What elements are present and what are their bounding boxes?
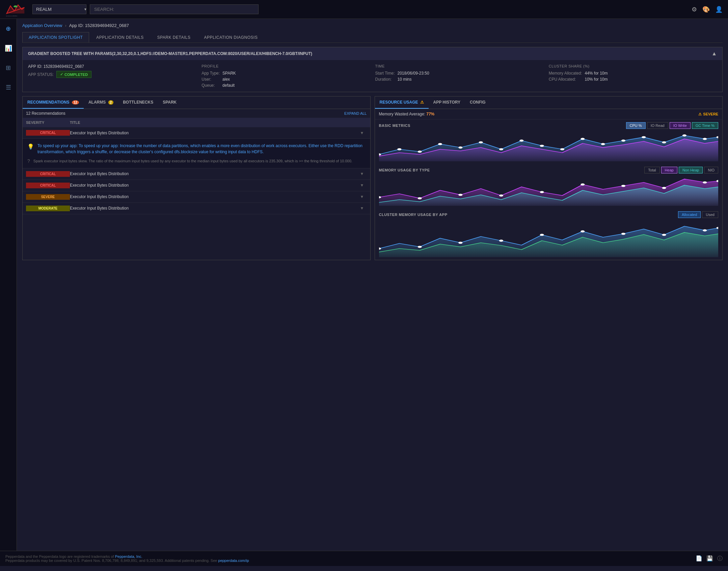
pepperdata-logo: pepperdata: [5, 3, 26, 16]
btn-nio[interactable]: NIO: [704, 167, 718, 173]
time-grid: Start Time: 2018/06/09-23:50 Duration: 1…: [375, 71, 543, 82]
layout: ⊕ 📊 ⊞ ☰ Appication Overview › App ID: 15…: [0, 19, 728, 551]
tab-recommendations[interactable]: RECOMMENDATIONS 12: [23, 97, 84, 109]
severity-badge-critical-1: CRITICAL: [26, 130, 70, 136]
sidebar-icon-layers[interactable]: ⊞: [3, 61, 14, 74]
btn-used[interactable]: Used: [702, 211, 718, 218]
rec-row-3[interactable]: CRITICAL Executor Input Bytes Distributi…: [23, 180, 370, 191]
svg-point-19: [682, 134, 686, 136]
app-status-label: APP STATUS:: [28, 72, 54, 77]
footer: Pepperdata and the Pepperdata logo are r…: [0, 551, 728, 566]
svg-point-30: [703, 181, 707, 183]
rec-row-5[interactable]: MODERATE Executor Input Bytes Distributi…: [23, 203, 370, 214]
footer-ip-link[interactable]: pepperdata.com/ip: [218, 559, 249, 563]
btn-total[interactable]: Total: [644, 167, 659, 173]
bottom-panel: RECOMMENDATIONS 12 ALARMS 2 BOTTLENECKS …: [22, 96, 723, 260]
rec-item-2: CRITICAL Executor Input Bytes Distributi…: [23, 168, 370, 180]
rec-row-4[interactable]: SEVERE Executor Input Bytes Distribution…: [23, 191, 370, 202]
severe-badge: ⚠ SEVERE: [698, 112, 718, 116]
tab-resource-usage[interactable]: RESOURCE USAGE ⚠: [375, 97, 429, 109]
rec-expand-3[interactable]: ▼: [360, 183, 367, 188]
info-text: Spark executor input bytes skew. The rat…: [33, 158, 352, 164]
profile-apptype-val: SPARK: [222, 71, 370, 76]
footer-save-icon[interactable]: 💾: [706, 555, 713, 562]
tab-application-spotlight[interactable]: APPLICATION SPOTLIGHT: [22, 32, 89, 43]
gear-icon[interactable]: ⚙: [692, 6, 697, 13]
user-icon[interactable]: 👤: [715, 6, 723, 13]
memory-usage-buttons: Total Heap Non Heap NIO: [644, 167, 718, 173]
collapse-button[interactable]: ▲: [711, 51, 717, 57]
profile-grid: App Type: SPARK User: alex Queue: defaul…: [201, 71, 370, 88]
tab-alarms[interactable]: ALARMS 2: [84, 97, 118, 109]
rec-item-3: CRITICAL Executor Input Bytes Distributi…: [23, 180, 370, 191]
rec-expand-2[interactable]: ▼: [360, 171, 367, 176]
btn-heap[interactable]: Heap: [661, 167, 677, 173]
btn-cpu[interactable]: CPU %: [626, 122, 646, 129]
svg-point-36: [540, 234, 544, 236]
main-tabs: APPLICATION SPOTLIGHT APPLICATION DETAIL…: [22, 32, 723, 43]
sidebar-icon-globe[interactable]: ⊕: [3, 22, 14, 35]
svg-point-27: [581, 184, 585, 186]
svg-point-40: [703, 229, 707, 232]
svg-point-20: [703, 138, 707, 140]
rec-item-4: SEVERE Executor Input Bytes Distribution…: [23, 191, 370, 203]
status-value: COMPLETED: [64, 73, 88, 77]
svg-point-12: [540, 145, 544, 147]
tab-application-details[interactable]: APPLICATION DETAILS: [90, 32, 150, 43]
memory-usage-title: MEMORY USAGE BY TYPE: [379, 168, 430, 172]
svg-text:pepperdata: pepperdata: [6, 15, 18, 16]
app-id-value: 1528394694922_0687: [44, 64, 84, 69]
breadcrumb-parent[interactable]: Appication Overview: [22, 23, 62, 28]
tab-spark[interactable]: SPARK: [158, 97, 181, 109]
svg-point-38: [621, 233, 625, 235]
btn-gc-time[interactable]: GC Time %: [692, 122, 718, 129]
rec-detail-1: 💡 To speed up your app: To speed up your…: [23, 138, 370, 168]
tip-body: To speed up your app: Increase the numbe…: [37, 143, 362, 154]
tab-app-history[interactable]: APP HISTORY: [429, 97, 465, 109]
btn-non-heap[interactable]: Non Heap: [679, 167, 703, 173]
cluster-memory-title: CLUSTER MEMORY USAGE BY APP: [379, 213, 448, 217]
btn-io-read[interactable]: IO Read: [647, 122, 668, 129]
footer-doc-icon[interactable]: 📄: [696, 555, 702, 562]
palette-icon[interactable]: 🎨: [702, 6, 710, 13]
tab-bottlenecks[interactable]: BOTTLENECKS: [118, 97, 158, 109]
rec-title-3: Executor Input Bytes Distribution: [70, 183, 360, 188]
rec-item-5: MODERATE Executor Input Bytes Distributi…: [23, 203, 370, 214]
cluster-cpu-val: 10% for 10m: [585, 77, 717, 82]
cluster-mem-key: Memory Allocated:: [549, 71, 582, 76]
svg-point-13: [560, 148, 564, 150]
svg-point-14: [581, 138, 585, 140]
right-panel-tabs: RESOURCE USAGE ⚠ APP HISTORY CONFIG: [375, 97, 723, 109]
sidebar-icon-list[interactable]: ☰: [3, 81, 14, 94]
profile-section: PROFILE App Type: SPARK User: alex Queue…: [201, 64, 370, 88]
svg-point-26: [540, 191, 544, 193]
expand-all-button[interactable]: EXPAND ALL: [344, 111, 367, 115]
col-severity: SEVERITY: [26, 120, 70, 125]
lightbulb-icon: 💡: [27, 143, 34, 155]
profile-user-key: User:: [201, 77, 220, 82]
btn-allocated[interactable]: Allocated: [678, 211, 701, 218]
search-input[interactable]: [90, 4, 259, 14]
svg-point-7: [438, 143, 442, 145]
footer-brand-link[interactable]: Pepperdata, Inc.: [115, 554, 142, 559]
rec-expand-5[interactable]: ▼: [360, 206, 367, 211]
app-title: GRADIENT BOOSTED TREE WITH PARAMS(2,30,3…: [28, 51, 312, 56]
rec-expand-1[interactable]: ▼: [360, 131, 367, 135]
recommendations-badge: 12: [72, 100, 79, 105]
rec-row-1[interactable]: CRITICAL Executor Input Bytes Distributi…: [23, 127, 370, 138]
sidebar-icon-chart[interactable]: 📊: [2, 42, 15, 55]
footer-help-icon[interactable]: ⓘ: [717, 555, 723, 562]
tab-config[interactable]: CONFIG: [465, 97, 490, 109]
footer-text: Pepperdata and the Pepperdata logo are r…: [5, 554, 249, 563]
tab-spark-details[interactable]: SPARK DETAILS: [151, 32, 197, 43]
breadcrumb-current: App ID: 1528394694922_0687: [69, 23, 129, 28]
realm-dropdown-wrapper[interactable]: REALM: [32, 4, 90, 14]
realm-select[interactable]: REALM: [32, 4, 86, 14]
tab-application-diagnosis[interactable]: APPLICATION DIAGNOSIS: [197, 32, 264, 43]
rec-row-2[interactable]: CRITICAL Executor Input Bytes Distributi…: [23, 168, 370, 180]
rec-columns: SEVERITY TITLE: [23, 118, 370, 127]
rec-expand-4[interactable]: ▼: [360, 194, 367, 199]
svg-point-2: [14, 5, 18, 7]
btn-io-write[interactable]: IO Write: [670, 122, 691, 129]
footer-text1: Pepperdata and the Pepperdata logo are r…: [5, 554, 114, 559]
